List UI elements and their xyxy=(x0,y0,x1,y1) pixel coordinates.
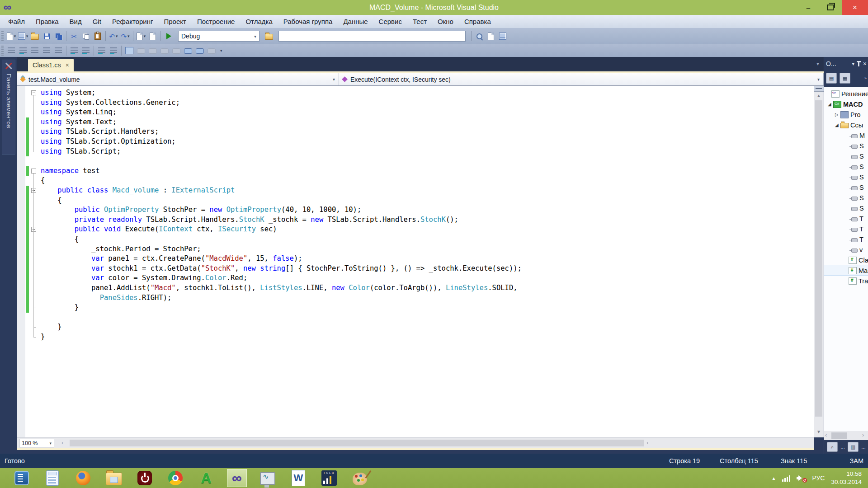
horizontal-scrollbar-thumb[interactable] xyxy=(70,440,644,446)
solution-configuration-dropdown[interactable]: Debug ▾ xyxy=(178,31,259,42)
code-line-26[interactable]: } xyxy=(17,332,814,342)
find-symbol-button[interactable] xyxy=(486,30,496,42)
start-debug-button[interactable] xyxy=(163,30,174,42)
firefox-taskbar-button[interactable] xyxy=(73,469,93,487)
undo-button[interactable]: ↶▾ xyxy=(108,30,119,42)
tree-item-reference[interactable]: S xyxy=(824,161,868,172)
scroll-right-icon[interactable]: › xyxy=(646,439,648,446)
chevron-down-icon[interactable]: ▾ xyxy=(26,34,28,38)
volume-muted-icon[interactable] xyxy=(797,474,806,482)
code-line-16[interactable]: { xyxy=(17,235,814,244)
minimize-button[interactable]: – xyxy=(798,0,818,15)
save-all-button[interactable] xyxy=(53,30,64,42)
scroll-down-icon[interactable]: ▼ xyxy=(814,429,824,434)
next-bookmark-in-folder-button[interactable] xyxy=(171,45,182,56)
menu-item-3[interactable]: Вид xyxy=(64,15,87,28)
tree-expander-icon[interactable]: ▷ xyxy=(835,112,840,117)
redo-button[interactable]: ↷▾ xyxy=(120,30,131,42)
code-line-15[interactable]: public void Execute(IContext ctx, ISecur… xyxy=(17,225,814,235)
menu-item-1[interactable]: Файл xyxy=(3,15,30,28)
menu-item-8[interactable]: Отладка xyxy=(240,15,278,28)
menu-item-6[interactable]: Проект xyxy=(159,15,192,28)
tree-item-reference[interactable]: S xyxy=(824,151,868,161)
member-dropdown[interactable]: Execute(IContext ctx, ISecurity sec) ▾ xyxy=(339,73,824,85)
restore-button[interactable] xyxy=(820,0,840,15)
quick-find-button[interactable] xyxy=(474,30,485,42)
code-line-22[interactable]: PaneSides.RIGHT); xyxy=(17,293,814,303)
tree-item-reference[interactable]: M xyxy=(824,130,868,141)
code-line-19[interactable]: var stochk1 = ctx.GetData("StochK", new … xyxy=(17,264,814,274)
code-line-24[interactable] xyxy=(17,313,814,323)
toolbox-tab[interactable]: Панель элементов xyxy=(2,60,15,155)
tree-item-macd-file[interactable]: Mac xyxy=(824,265,868,276)
collapse-all-button[interactable]: ▤ xyxy=(826,73,837,84)
toggle-bookmark-button[interactable] xyxy=(124,45,135,56)
tab-close-icon[interactable]: × xyxy=(66,61,69,69)
code-line-21[interactable]: pane1.AddList("Macd", stochk1.ToList(), … xyxy=(17,283,814,293)
close-button[interactable]: × xyxy=(842,0,868,15)
tree-item-reference[interactable]: v xyxy=(824,244,868,255)
settings-app-taskbar-button[interactable] xyxy=(12,469,32,487)
toolbar-overflow-icon[interactable]: » xyxy=(864,76,867,80)
scroll-left-icon[interactable]: ‹ xyxy=(61,439,63,446)
aimp-taskbar-button[interactable]: A xyxy=(196,469,216,487)
code-line-11[interactable]: public class Macd_volume : IExternalScri… xyxy=(17,186,814,196)
tree-item-reference[interactable]: S xyxy=(824,141,868,151)
code-line-4[interactable]: using System.Text; xyxy=(17,117,814,127)
code-line-1[interactable]: using System; xyxy=(17,88,814,98)
new-project-button[interactable]: ▾ xyxy=(6,30,17,42)
navigate-backward-button[interactable]: ▾ xyxy=(136,30,146,42)
vertical-scrollbar[interactable]: ▲ ▼ xyxy=(814,86,824,437)
code-line-23[interactable]: } xyxy=(17,303,814,313)
menu-item-10[interactable]: Данные xyxy=(338,15,373,28)
code-line-6[interactable]: using TSLab.Script.Optimization; xyxy=(17,137,814,147)
menu-item-2[interactable]: Правка xyxy=(30,15,64,28)
paste-button[interactable] xyxy=(92,30,103,42)
cut-button[interactable]: ✂ xyxy=(69,30,80,42)
menu-item-5[interactable]: Рефакторинг xyxy=(107,15,159,28)
document-list-chevron-icon[interactable]: ▾ xyxy=(816,61,819,67)
vertical-scrollbar-thumb[interactable] xyxy=(815,100,822,417)
decrease-indent-button[interactable] xyxy=(69,45,80,56)
uncomment-selection-button[interactable] xyxy=(108,45,119,56)
menu-item-9[interactable]: Рабочая группа xyxy=(278,15,338,28)
code-editor[interactable]: using System;using System.Collections.Ge… xyxy=(17,86,814,437)
scroll-right-icon[interactable]: › xyxy=(862,432,864,439)
panel-menu-chevron-icon[interactable]: ▾ xyxy=(852,61,854,66)
toolbar-overflow-chevron-icon[interactable]: ▾ xyxy=(220,48,222,53)
scroll-up-icon[interactable]: ▲ xyxy=(814,93,824,98)
code-line-10[interactable]: { xyxy=(17,176,814,186)
previous-bookmark-in-folder-button[interactable] xyxy=(159,45,170,56)
code-line-18[interactable]: var pane1 = ctx.CreatePane("MacdWide", 1… xyxy=(17,254,814,264)
menu-item-12[interactable]: Тест xyxy=(407,15,432,28)
tree-item-reference[interactable]: T xyxy=(824,224,868,234)
code-line-13[interactable]: public OptimProperty StochPer = new Opti… xyxy=(17,205,814,215)
language-indicator[interactable]: РУС xyxy=(812,474,825,482)
toolbar-grip[interactable] xyxy=(1,46,4,56)
code-line-14[interactable]: private readonly TSLab.Script.Handlers.S… xyxy=(17,215,814,225)
toolbar-grip[interactable] xyxy=(1,31,4,41)
menu-item-11[interactable]: Сервис xyxy=(373,15,407,28)
chevron-down-icon[interactable]: ▾ xyxy=(127,34,130,38)
tree-item-reference[interactable]: S xyxy=(824,172,868,182)
tree-item-project[interactable]: ◢MACD xyxy=(824,99,868,109)
panel-close-icon[interactable]: × xyxy=(863,60,867,67)
solution-explorer-toolbar-button[interactable] xyxy=(497,30,508,42)
chevron-down-icon[interactable]: ▾ xyxy=(116,34,118,38)
code-line-3[interactable]: using System.Linq; xyxy=(17,108,814,117)
solution-explorer-tab-icon[interactable]: ⌕ xyxy=(827,442,838,452)
show-hidden-icons-icon[interactable]: ▲ xyxy=(771,476,776,481)
clock[interactable]: 10:58 30.03.2014 xyxy=(831,470,862,486)
power-button-taskbar-button[interactable] xyxy=(135,469,155,487)
save-button[interactable] xyxy=(41,30,52,42)
file-explorer-taskbar-button[interactable] xyxy=(104,469,124,487)
add-item-button[interactable]: ▾ xyxy=(18,30,28,42)
network-signal-icon[interactable] xyxy=(782,474,790,482)
tree-item-reference[interactable]: S xyxy=(824,182,868,192)
pin-icon[interactable] xyxy=(858,62,859,66)
chevron-down-icon[interactable]: ▾ xyxy=(14,34,16,38)
increase-indent-button[interactable] xyxy=(80,45,91,56)
tree-item-reference[interactable]: S xyxy=(824,203,868,213)
display-object-member-list-button[interactable] xyxy=(6,45,17,56)
type-dropdown[interactable]: test.Macd_volume ▾ xyxy=(17,73,339,85)
